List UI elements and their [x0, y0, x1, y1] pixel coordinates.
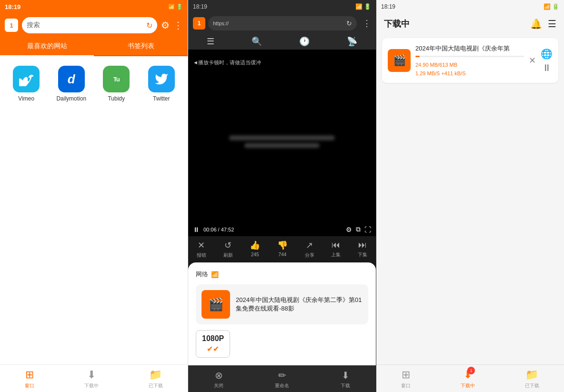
action-prev-label: 上集 — [331, 251, 341, 258]
blur-line-2 — [244, 143, 320, 148]
nav-search-icon[interactable]: 🔍 — [252, 36, 262, 47]
prev-episode-icon: ⏮ — [332, 240, 340, 250]
tab-count-2[interactable]: 1 — [193, 17, 205, 30]
dl-pause-icon[interactable]: ⏸ — [542, 62, 552, 73]
status-bar-2: 18:19 📶 🔋 — [188, 0, 376, 13]
settings-ctrl-icon[interactable]: ⚙ — [346, 226, 352, 233]
fullscreen-icon[interactable]: ⛶ — [364, 226, 371, 233]
p3-nav-window[interactable]: ⊞ 窗口 — [401, 369, 411, 389]
twitter-label: Twitter — [153, 95, 170, 102]
download-video-card[interactable]: 🎬 2024年中国大陆电视剧《庆余年第二季》第01集免费在线观看-88影 — [196, 284, 368, 324]
action-share-label: 分享 — [305, 252, 314, 259]
dl-film-icon: 🎬 — [393, 54, 406, 67]
p2-bottom-nav: ⊗ 关闭 ✏ 重命名 ⬇ 下载 — [188, 365, 376, 392]
p3-downloaded-label: 已下载 — [525, 382, 539, 389]
action-refresh-label: 刷新 — [223, 252, 233, 259]
url-refresh-icon[interactable]: ↻ — [346, 20, 352, 27]
quality-check-icon: ✔✔ — [207, 344, 219, 353]
settings-icon[interactable]: ⚙ — [161, 20, 170, 31]
p1-nav-window[interactable]: ⊞ 窗口 — [25, 369, 34, 389]
p2-download-label: 下载 — [341, 382, 350, 389]
browser-header-1: 1 搜索 ↻ ⚙ ⋮ — [0, 13, 188, 37]
dl-close-icon[interactable]: ✕ — [529, 55, 536, 66]
dl-card-title: 2024年中国大陆电视剧《庆余年第二季》第01集免费在线观看-88影 — [236, 296, 363, 313]
folder-icon: 📁 — [149, 369, 162, 381]
rename-icon: ✏ — [278, 370, 286, 381]
sites-grid: Vimeo d Dailymotion Tu Tubidy Twitter — [0, 56, 188, 111]
p3-folder-icon: 📁 — [525, 369, 538, 381]
p3-menu-icon[interactable]: ☰ — [548, 18, 556, 30]
report-icon: ✕ — [198, 240, 205, 251]
tab-favorites[interactable]: 最喜欢的网站 — [0, 37, 94, 56]
p2-nav-rename[interactable]: ✏ 重命名 — [275, 370, 289, 389]
dailymotion-label: Dailymotion — [56, 95, 86, 102]
refresh-video-icon: ↺ — [224, 240, 232, 251]
picture-in-picture-icon[interactable]: ⧉ — [356, 225, 361, 233]
close-icon: ⊗ — [215, 370, 223, 381]
action-report-label: 报错 — [197, 252, 206, 259]
play-pause-icon[interactable]: ⏸ — [193, 226, 200, 233]
site-twitter[interactable]: Twitter — [143, 66, 181, 102]
action-next-ep[interactable]: ⏭ 下集 — [358, 240, 367, 259]
panel1-bottom-nav: ⊞ 窗口 ⬇ 下载中 📁 已下载 — [0, 364, 188, 392]
action-share[interactable]: ↗ 分享 — [305, 240, 314, 259]
site-tubidy[interactable]: Tu Tubidy — [98, 66, 135, 102]
action-dislike[interactable]: 👎 744 — [277, 240, 288, 259]
panel-downloads: 18:19 📶 🔋 下载中 🔔 ☰ 🎬 2024年中国大陆电视剧《庆余年第 24… — [376, 0, 564, 392]
quality-label: 1080P — [202, 334, 224, 343]
dl-card-thumbnail: 🎬 — [201, 290, 230, 319]
dl-item-thumbnail: 🎬 — [388, 49, 411, 72]
tab-bookmarks[interactable]: 书签列表 — [94, 37, 188, 55]
notification-icon[interactable]: 🔔 — [530, 18, 542, 30]
p1-nav-downloaded-label: 已下载 — [149, 382, 163, 389]
video-player-area: ◄播放卡顿时，请做适当缓冲 ⏸ 00:06 / 47:52 ⚙ ⧉ ⛶ — [188, 50, 376, 236]
tab-count-1[interactable]: 1 — [5, 19, 18, 32]
quality-1080p-button[interactable]: 1080P ✔✔ — [196, 330, 230, 358]
site-dailymotion[interactable]: d Dailymotion — [53, 66, 91, 102]
downloads-header: 下载中 🔔 ☰ — [376, 13, 564, 34]
url-text: https:// — [213, 20, 343, 26]
action-report[interactable]: ✕ 报错 — [197, 240, 206, 259]
action-prev-ep[interactable]: ⏮ 上集 — [331, 240, 341, 259]
video-controls-bar: ⏸ 00:06 / 47:52 ⚙ ⧉ ⛶ — [188, 222, 376, 236]
network-label: 网络 — [196, 270, 208, 279]
status-bar-3: 18:19 📶 🔋 — [376, 0, 564, 13]
status-icons-1: 📶 🔋 — [168, 4, 183, 10]
status-icons-3: 📶 🔋 — [544, 3, 559, 10]
site-vimeo[interactable]: Vimeo — [8, 66, 45, 102]
search-placeholder: 搜索 — [27, 21, 143, 30]
search-bar[interactable]: 搜索 ↻ — [22, 17, 157, 33]
p2-nav-download[interactable]: ⬇ 下载 — [341, 370, 350, 389]
window-icon: ⊞ — [25, 369, 34, 381]
download-badge: 1 — [467, 367, 475, 374]
p3-nav-downloaded[interactable]: 📁 已下载 — [525, 369, 539, 389]
wifi-icon: 📶 — [211, 271, 219, 278]
dl-globe-icon[interactable]: 🌐 — [541, 48, 553, 60]
refresh-icon[interactable]: ↻ — [146, 21, 152, 30]
badge-wrapper: ⬇ 1 — [463, 369, 472, 381]
p2-nav-close[interactable]: ⊗ 关闭 — [214, 370, 223, 389]
url-bar[interactable]: https:// ↻ — [208, 16, 357, 30]
action-refresh[interactable]: ↺ 刷新 — [223, 240, 233, 259]
nav-hamburger-icon[interactable]: ☰ — [207, 36, 214, 47]
dl-speed: 24.90 MB/613 MB 1.29 MB/S +411 kB/S — [415, 62, 465, 76]
p3-nav-downloading[interactable]: ⬇ 1 下载中 — [461, 369, 475, 389]
p1-nav-downloaded[interactable]: 📁 已下载 — [149, 369, 163, 389]
vimeo-icon — [13, 66, 40, 92]
action-like[interactable]: 👍 245 — [250, 240, 260, 259]
download-item-card[interactable]: 🎬 2024年中国大陆电视剧《庆余年第 24.90 MB/613 MB 1.29… — [382, 38, 558, 83]
panel-browser-home: 18:19 📶 🔋 1 搜索 ↻ ⚙ ⋮ 最喜欢的网站 书签列表 Vimeo d… — [0, 0, 188, 392]
dl-progress-fill — [415, 56, 420, 57]
p1-nav-downloading[interactable]: ⬇ 下载中 — [84, 369, 99, 389]
time-3: 18:19 — [381, 3, 395, 10]
p1-nav-downloading-label: 下载中 — [84, 382, 99, 389]
film-icon: 🎬 — [208, 297, 223, 312]
time-1: 18:19 — [5, 3, 20, 10]
dl-item-actions: ✕ — [529, 55, 536, 66]
download-popup: 网络 📶 🎬 2024年中国大陆电视剧《庆余年第二季》第01集免费在线观看-88… — [188, 262, 376, 365]
p2-more-icon[interactable]: ⋮ — [363, 18, 371, 29]
more-icon[interactable]: ⋮ — [173, 20, 183, 31]
network-row: 网络 📶 — [196, 270, 368, 279]
nav-rss-icon[interactable]: 📡 — [347, 36, 357, 47]
nav-history-icon[interactable]: 🕐 — [299, 36, 310, 47]
